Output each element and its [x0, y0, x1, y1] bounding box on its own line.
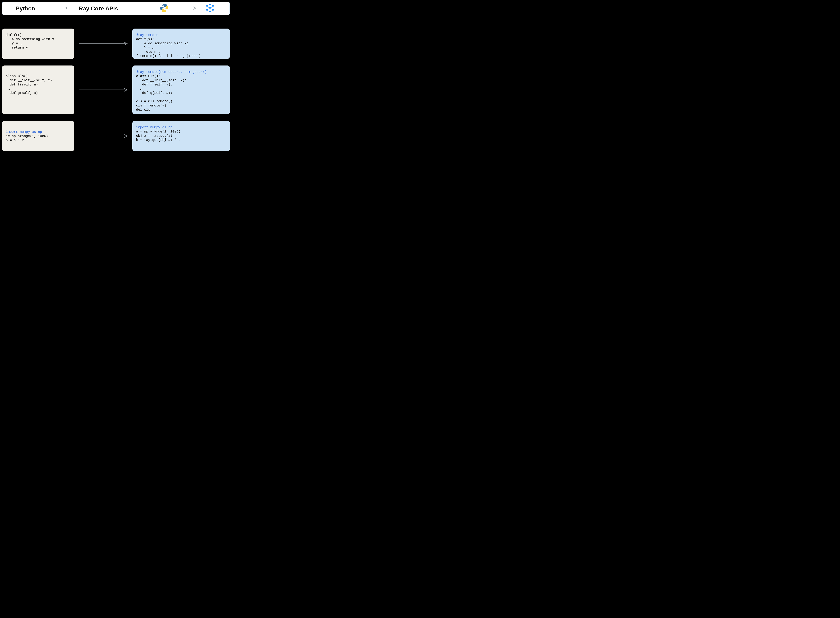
svg-point-10	[209, 4, 211, 6]
code-line: def g(self, a):	[136, 91, 172, 95]
svg-point-13	[206, 5, 208, 7]
ray-numpy-card: import numpy as np a = np.arange(1, 10e6…	[132, 121, 230, 151]
header-arrow-2	[177, 6, 197, 11]
code-line: cls.f.remote(a)	[136, 104, 167, 107]
code-line: f.remote() for i in range(10000)	[136, 54, 201, 58]
row-object: import numpy as np a= np.arange(1, 10e6)…	[2, 121, 230, 151]
code-line: …	[136, 87, 142, 91]
header-arrow-1	[49, 6, 69, 11]
row-class: class Cls(): def __init__(self, x): def …	[2, 65, 230, 114]
svg-point-11	[209, 10, 211, 12]
header-python-label: Python	[16, 5, 35, 12]
code-decorator: @ray.remote(num_cpus=2, num_gpus=4)	[136, 70, 207, 74]
svg-point-1	[163, 5, 164, 6]
code-line: def f(self, a):	[136, 83, 172, 86]
code-line: def f(x):	[6, 33, 24, 37]
python-logo-icon	[160, 3, 169, 13]
code-line: y = …	[6, 42, 22, 45]
row-function: def f(x): # do something with x: y = … r…	[2, 28, 230, 59]
code-line: obj_a = ray.put(a)	[136, 134, 172, 138]
code-line: …	[6, 95, 10, 99]
arrow-row-2	[77, 65, 129, 114]
code-line: b = a * 2	[6, 138, 71, 143]
code-line: cls = Cls.remote()	[136, 100, 172, 103]
svg-point-15	[206, 9, 208, 11]
python-function-card: def f(x): # do something with x: y = … r…	[2, 28, 74, 59]
svg-point-12	[209, 7, 211, 9]
code-line: def __init__(self, x):	[136, 79, 186, 82]
svg-point-16	[212, 9, 214, 11]
ray-logo-icon	[205, 3, 215, 13]
code-import: import numpy as np	[136, 125, 172, 129]
code-line: return y	[6, 46, 28, 49]
svg-point-14	[212, 5, 214, 7]
code-line: def f(self, a):	[6, 83, 40, 86]
header-ray-label: Ray Core APIs	[79, 5, 118, 12]
code-line: …	[6, 87, 10, 91]
code-line: class Cls():	[136, 74, 160, 78]
code-decorator: @ray.remote	[136, 33, 158, 37]
code-import: import numpy as np	[6, 130, 71, 134]
code-line: def __init__(self, x):	[6, 79, 54, 82]
code-line: return y	[136, 50, 160, 54]
header-bar: Python Ray Core APIs	[2, 1, 230, 15]
ray-function-card: @ray.remote def f(x): # do something wit…	[132, 28, 230, 59]
python-class-card: class Cls(): def __init__(self, x): def …	[2, 65, 74, 114]
arrow-row-1	[77, 28, 129, 59]
code-line: a= np.arange(1, 10e6)	[6, 134, 71, 138]
code-line: a = np.arange(1, 10e6)	[136, 130, 180, 134]
code-line: …	[136, 95, 140, 99]
code-line: # do something with x:	[6, 37, 56, 41]
code-line: Y = …	[136, 46, 154, 49]
code-line: def f(x):	[136, 37, 154, 41]
ray-class-card: @ray.remote(num_cpus=2, num_gpus=4) clas…	[132, 65, 230, 114]
code-line: # do something with x:	[136, 42, 189, 45]
code-line: class Cls():	[6, 74, 30, 78]
code-line: def g(self, a):	[6, 91, 40, 95]
code-line: del cls	[136, 108, 150, 112]
python-numpy-card: import numpy as np a= np.arange(1, 10e6)…	[2, 121, 74, 151]
arrow-row-3	[77, 121, 129, 151]
svg-point-2	[165, 10, 166, 11]
code-line: b = ray.get(obj_a) * 2	[136, 138, 180, 142]
